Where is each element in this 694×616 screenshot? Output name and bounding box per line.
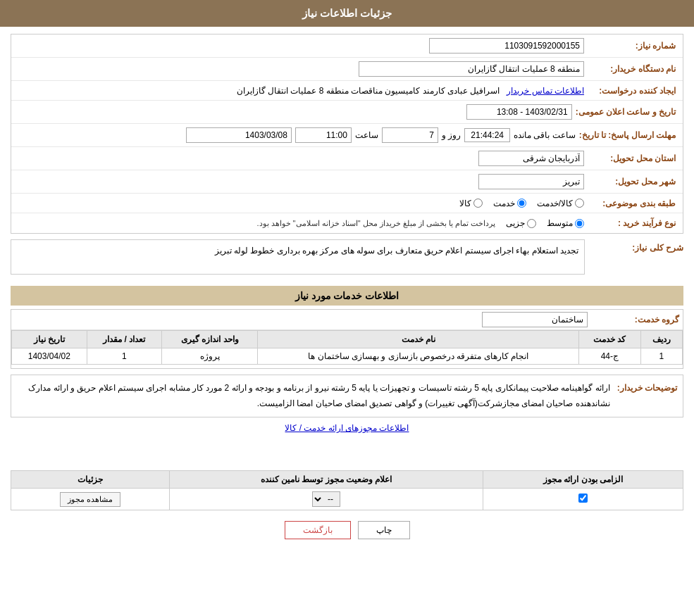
permits-table-wrapper: الزامی بودن ارائه مجوز اعلام وضعیت مجوز … [11,470,683,510]
table-row: 1 ج-44 انجام کارهای متفرقه درخصوص بازساز… [12,348,683,365]
description-box: تجدید استعلام بهاء اجرای سیستم اعلام حری… [11,239,585,275]
col-header-name: نام خدمت [258,331,579,348]
time-label: ساعت [355,130,378,140]
cell-code: ج-44 [579,348,641,365]
permits-cell-required [483,489,683,510]
date-input[interactable] [186,127,292,143]
process-radio-medium[interactable] [575,219,584,228]
process-label-minor: جزیی [506,218,525,228]
cell-quantity: 1 [87,348,161,365]
col-header-date: تاریخ نیاز [12,331,87,348]
process-type-container: متوسط جزیی پرداخت تمام یا بخشی از مبلغ خ… [18,218,584,228]
permits-cell-status: -- [170,489,483,510]
description-label: شرح کلی نیاز: [592,239,683,253]
process-type-area: متوسط جزیی پرداخت تمام یا بخشی از مبلغ خ… [15,217,588,230]
main-form-section: شماره نیاز: نام دستگاه خریدار: ایجاد کنن… [11,34,683,234]
services-table-wrapper: ردیف کد خدمت نام خدمت واحد اندازه گیری ت… [11,330,683,365]
services-section: گروه خدمت: ردیف کد خدمت نام خدمت واحد ان… [11,309,683,369]
category-radio-service[interactable] [575,199,584,208]
category-radio-group: کالا/خدمت خدمت کالا [18,199,584,208]
creator-contact-link[interactable]: اطلاعات تماس خریدار [507,86,584,96]
creator-value-area: اطلاعات تماس خریدار اسرافیل عبادی کارمند… [15,84,588,97]
page-title: جزئیات اطلاعات نیاز [302,7,392,19]
services-table: ردیف کد خدمت نام خدمت واحد اندازه گیری ت… [11,330,683,365]
creator-name: اسرافیل عبادی کارمند کامیسیون مناقصات من… [237,86,500,96]
bottom-buttons: چاپ بازگشت [11,510,683,550]
process-option-medium: متوسط [547,218,584,228]
days-input[interactable] [382,127,438,143]
process-label-medium: متوسط [547,218,573,228]
permits-table: الزامی بودن ارائه مجوز اعلام وضعیت مجوز … [11,470,683,510]
days-label: روز و [442,130,461,140]
announcement-date-row: تاریخ و ساعت اعلان عمومی: [11,101,683,124]
description-text: تجدید استعلام بهاء اجرای سیستم اعلام حری… [215,246,578,256]
need-number-value [15,37,588,55]
city-input[interactable] [478,174,584,189]
creator-row: ایجاد کننده درخواست: اطلاعات تماس خریدار… [11,81,683,101]
category-radio-goods[interactable] [473,199,483,208]
cell-rownum: 1 [640,348,682,365]
col-header-rownum: ردیف [640,331,682,348]
permits-status-select[interactable]: -- [312,491,340,507]
buyer-org-label: نام دستگاه خریدار: [588,64,679,74]
col-header-quantity: تعداد / مقدار [87,331,161,348]
process-type-row: نوع فرآیند خرید : متوسط جزیی [11,213,683,233]
province-label: استان محل تحویل: [588,153,679,163]
process-option-minor: جزیی [506,218,536,228]
province-input[interactable] [478,151,584,166]
response-deadline-label: مهلت ارسال پاسخ: تا تاریخ: [579,130,679,140]
creator-label: ایجاد کننده درخواست: [588,86,679,96]
category-row: طبقه بندی موضوعی: کالا/خدمت خدمت [11,194,683,213]
service-group-input[interactable] [482,312,588,327]
category-label: طبقه بندی موضوعی: [588,199,679,208]
permits-cell-details: مشاهده مجوز [11,489,170,510]
permits-table-row: -- مشاهده مجوز [11,489,683,510]
province-row: استان محل تحویل: [11,147,683,170]
services-title: اطلاعات خدمات مورد نیاز [295,290,399,301]
page-wrapper: جزئیات اطلاعات نیاز شماره نیاز: نام دستگ… [0,0,694,616]
announcement-date-value [15,103,576,121]
process-type-label: نوع فرآیند خرید : [588,218,679,228]
service-group-row: گروه خدمت: [11,310,683,330]
permits-col-required: الزامی بودن ارائه مجوز [483,471,683,489]
process-radio-minor[interactable] [527,219,536,228]
category-label-goods-service: خدمت [493,199,515,208]
time-input[interactable] [295,127,352,143]
need-number-label: شماره نیاز: [588,41,679,51]
category-option-service: کالا/خدمت [537,199,584,208]
buyer-org-input[interactable] [359,61,584,77]
response-date-row: ساعت باقی مانده 21:44:24 روز و ساعت [18,127,576,143]
category-label-service: کالا/خدمت [537,199,573,208]
remaining-time-label: ساعت باقی مانده [514,130,576,140]
buyer-notes-label: توضیحات خریدار: [617,381,677,393]
print-button[interactable]: چاپ [358,521,410,539]
buyer-org-value [15,60,588,78]
city-value [15,172,588,191]
page-header: جزئیات اطلاعات نیاز [0,0,694,27]
permits-col-status: اعلام وضعیت مجوز توسط نامین کننده [170,471,483,489]
back-button[interactable]: بازگشت [285,521,351,539]
response-deadline-row: مهلت ارسال پاسخ: تا تاریخ: ساعت باقی مان… [11,124,683,147]
announcement-date-input[interactable] [466,104,572,120]
permits-required-checkbox[interactable] [578,494,588,503]
process-note: پرداخت تمام یا بخشی از مبلغ خریداز محل "… [256,219,495,228]
permits-link[interactable]: اطلاعات مجوزهای ارائه خدمت / کالا [285,423,409,433]
permits-link-container: اطلاعات مجوزهای ارائه خدمت / کالا [11,423,683,433]
cell-name: انجام کارهای متفرقه درخصوص بازسازی و بهس… [258,348,579,365]
buyer-notes-text: ارائه گواهینامه صلاحیت پیمانکاری پایه 5 … [17,381,610,411]
city-row: شهر محل تحویل: [11,170,683,194]
content-area: شماره نیاز: نام دستگاه خریدار: ایجاد کنن… [0,27,694,557]
category-label-goods: کالا [459,199,471,208]
cell-date: 1403/04/02 [12,348,87,365]
response-deadline-area: ساعت باقی مانده 21:44:24 روز و ساعت [15,126,579,144]
buyer-notes-row: توضیحات خریدار: ارائه گواهینامه صلاحیت پ… [17,381,677,411]
buyer-notes-section: توضیحات خریدار: ارائه گواهینامه صلاحیت پ… [11,375,683,417]
category-radio-goods-service[interactable] [517,199,526,208]
announcement-date-label: تاریخ و ساعت اعلان عمومی: [576,107,679,117]
need-number-input[interactable] [429,38,584,54]
service-group-label: گروه خدمت: [588,315,679,325]
view-permit-button[interactable]: مشاهده مجوز [60,492,120,507]
permits-col-details: جزئیات [11,471,170,489]
cell-unit: پروژه [162,348,258,365]
need-number-row: شماره نیاز: [11,34,683,58]
